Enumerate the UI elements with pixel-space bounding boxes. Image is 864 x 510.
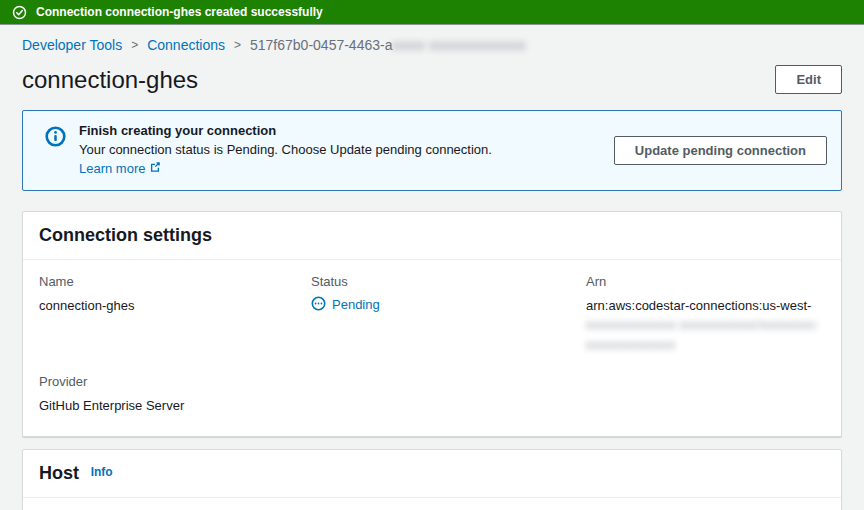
flash-message: Connection connection-ghes created succe… [36, 5, 323, 19]
name-value: connection-ghes [39, 296, 311, 316]
provider-value: GitHub Enterprise Server [39, 396, 311, 416]
alert-content: Finish creating your connection Your con… [79, 122, 492, 179]
breadcrumb: Developer Tools > Connections > 517f67b0… [0, 25, 864, 53]
host-header: Host Info [23, 450, 841, 498]
name-label: Name [39, 274, 311, 289]
redacted-text: xxxxxxxxxxxx:xxxxxxxxxx/xxxxxxxx-xxxx-xx… [586, 315, 816, 335]
redacted-text: xxxxxxxxxxxx [586, 335, 816, 355]
host-info-link[interactable]: Info [91, 465, 113, 479]
edit-button[interactable]: Edit [775, 65, 842, 94]
breadcrumb-separator: > [234, 38, 241, 52]
info-alert: Finish creating your connection Your con… [22, 110, 842, 191]
host-panel: Host Info Host name https://myserver.dev… [22, 449, 842, 510]
breadcrumb-connections[interactable]: Connections [147, 37, 225, 53]
host-title: Host [39, 463, 79, 483]
breadcrumb-current: 517f67b0-0457-4463-axxxx-xxxxxxxxxxxx [250, 37, 526, 53]
external-link-icon [149, 160, 161, 179]
field-name: Name connection-ghes [39, 274, 311, 355]
status-label: Status [311, 274, 586, 289]
page-title: connection-ghes [22, 66, 198, 94]
breadcrumb-developer-tools[interactable]: Developer Tools [22, 37, 122, 53]
status-value: Pending [311, 296, 380, 314]
info-icon [45, 126, 66, 150]
host-body: Host name https://myserver.dev/ Product … [23, 498, 841, 510]
breadcrumb-separator: > [131, 38, 138, 52]
connection-settings-title: Connection settings [39, 225, 212, 245]
connection-settings-body: Name connection-ghes Status Pending [23, 260, 841, 436]
arn-value: arn:aws:codestar-connections:us-west- xx… [586, 296, 825, 355]
arn-label: Arn [586, 274, 825, 289]
field-arn: Arn arn:aws:codestar-connections:us-west… [586, 274, 825, 355]
connection-settings-panel: Connection settings Name connection-ghes… [22, 211, 842, 437]
provider-label: Provider [39, 374, 311, 389]
update-pending-connection-button[interactable]: Update pending connection [614, 136, 827, 165]
field-status: Status Pending [311, 274, 586, 355]
connection-settings-header: Connection settings [23, 212, 841, 260]
check-circle-icon [12, 5, 27, 20]
field-provider: Provider GitHub Enterprise Server [39, 374, 311, 416]
redacted-text: xxxx-xxxxxxxxxxxx [392, 37, 526, 53]
success-flashbar: Connection connection-ghes created succe… [0, 0, 864, 25]
in-progress-icon [311, 296, 326, 314]
page-header: connection-ghes Edit [0, 53, 864, 110]
alert-body: Your connection status is Pending. Choos… [79, 141, 492, 160]
alert-title: Finish creating your connection [79, 122, 492, 141]
learn-more-link[interactable]: Learn more [79, 160, 161, 179]
